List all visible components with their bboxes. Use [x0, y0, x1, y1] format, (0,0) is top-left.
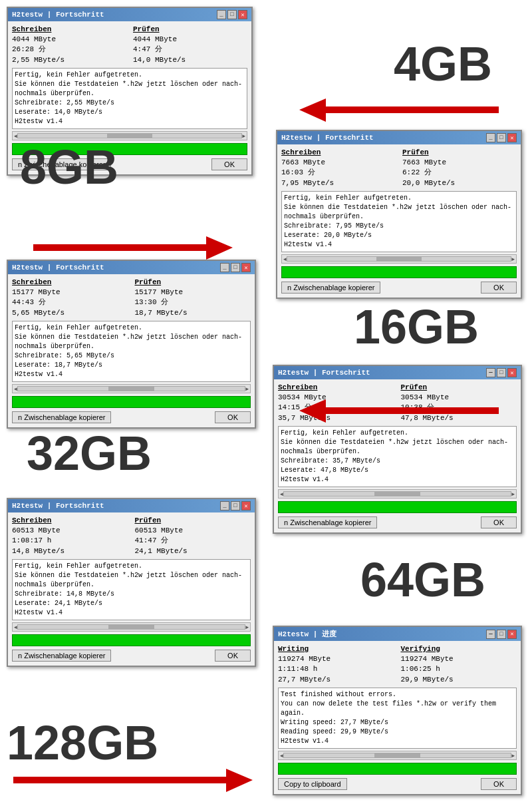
close-btn-16gb-right[interactable]: ✕ [507, 368, 517, 377]
write-size-4gb: 4044 MByte [12, 35, 126, 45]
scroll-right-8gb[interactable]: ► [511, 256, 515, 262]
write-time-4gb: 26:28 分 [12, 45, 126, 55]
close-btn-8gb[interactable]: ✕ [507, 133, 517, 142]
maximize-btn-16gb-left[interactable]: □ [231, 263, 240, 272]
log-32gb: Fertig, kein Fehler aufgetreten. Sie kön… [12, 559, 251, 620]
win-controls-16gb-left: _ □ ✕ [220, 263, 251, 272]
close-btn-128gb[interactable]: ✕ [507, 630, 517, 639]
verify-header-16gb-right: Prüfen [401, 383, 517, 391]
cols-8gb: Schreiben 7663 MByte 16:03 分 7,95 MByte/… [281, 148, 517, 188]
minimize-btn-16gb-left[interactable]: _ [220, 263, 229, 272]
maximize-btn-16gb-right[interactable]: □ [497, 368, 506, 377]
copy-btn-32gb[interactable]: n Zwischenablage kopierer [12, 650, 111, 662]
title-8gb: H2testw | Fortschritt [281, 134, 374, 142]
titlebar-32gb: H2testw | Fortschritt _ □ ✕ [8, 499, 255, 512]
ok-btn-128gb[interactable]: OK [481, 778, 517, 790]
title-16gb-right: H2testw | Fortschritt [278, 369, 370, 377]
minimize-btn-32gb[interactable]: _ [220, 501, 229, 510]
verify-col-8gb: Prüfen 7663 MByte 6:22 分 20,0 MByte/s [402, 148, 517, 188]
copy-btn-16gb-left[interactable]: n Zwischenablage kopierer [12, 411, 111, 423]
scroll-right-32gb[interactable]: ► [245, 624, 249, 630]
write-speed-32gb: 14,8 MByte/s [12, 546, 128, 556]
verify-col-16gb-left: Prüfen 15177 MByte 13:30 分 18,7 MByte/s [135, 278, 251, 318]
log-8gb: Fertig, kein Fehler aufgetreten. Sie kön… [281, 191, 517, 252]
ok-btn-32gb[interactable]: OK [215, 650, 251, 662]
minimize-btn-128gb[interactable]: — [486, 630, 495, 639]
ok-btn-4gb[interactable]: OK [211, 158, 247, 170]
ok-btn-16gb-right[interactable]: OK [481, 516, 517, 528]
scrollbar-track-32gb[interactable] [17, 624, 245, 630]
verify-speed-32gb: 24,1 MByte/s [135, 546, 251, 556]
win-controls-128gb: — □ ✕ [486, 630, 517, 639]
scrollbar-16gb-left[interactable]: ◄ ► [12, 384, 251, 393]
maximize-btn-128gb[interactable]: □ [497, 630, 506, 639]
scroll-right-16gb-left[interactable]: ► [245, 386, 249, 392]
scrollbar-track-8gb[interactable] [287, 256, 511, 262]
scrollbar-track-128gb[interactable] [283, 753, 511, 758]
write-header-4gb: Schreiben [12, 25, 126, 33]
close-btn-4gb[interactable]: ✕ [238, 10, 247, 19]
scroll-right-4gb[interactable]: ► [242, 133, 245, 139]
write-speed-8gb: 7,95 MByte/s [281, 178, 396, 188]
verify-size-8gb: 7663 MByte [402, 158, 517, 168]
maximize-btn-32gb[interactable]: □ [231, 501, 240, 510]
copy-btn-128gb[interactable]: Copy to clipboard [278, 778, 347, 790]
verify-time-16gb-left: 13:30 分 [135, 298, 251, 307]
scrollbar-track-4gb[interactable] [17, 133, 242, 138]
verify-header-8gb: Prüfen [402, 148, 517, 156]
scrollbar-16gb-right[interactable]: ◄ ► [278, 489, 517, 499]
verify-speed-128gb: 29,9 MByte/s [401, 675, 517, 685]
write-col-32gb: Schreiben 60513 MByte 1:08:17 h 14,8 MBy… [12, 516, 128, 556]
close-btn-32gb[interactable]: ✕ [241, 501, 251, 510]
write-header-16gb-right: Schreiben [278, 383, 394, 391]
verify-time-32gb: 41:47 分 [135, 536, 251, 546]
titlebar-16gb-left: H2testw | Fortschritt _ □ ✕ [8, 261, 255, 274]
title-4gb: H2testw | Fortschritt [12, 11, 104, 19]
scroll-right-16gb-right[interactable]: ► [511, 491, 515, 497]
ok-btn-8gb[interactable]: OK [481, 282, 517, 294]
log-16gb-right: Fertig, kein Fehler aufgetreten. Sie kön… [278, 426, 517, 487]
copy-btn-16gb-right[interactable]: n Zwischenablage kopierer [278, 516, 377, 528]
scrollbar-thumb-8gb [376, 257, 421, 261]
progress-16gb-right [278, 501, 517, 513]
title-16gb-left: H2testw | Fortschritt [12, 264, 104, 272]
write-speed-128gb: 27,7 MByte/s [278, 675, 394, 685]
scrollbar-32gb[interactable]: ◄ ► [12, 622, 251, 632]
maximize-btn-8gb[interactable]: □ [497, 133, 506, 142]
win-controls-32gb: _ □ ✕ [220, 501, 251, 510]
scrollbar-thumb-4gb [107, 134, 152, 138]
write-time-128gb: 1:11:48 h [278, 664, 394, 674]
log-16gb-left: Fertig, kein Fehler aufgetreten. Sie kön… [12, 321, 251, 382]
verify-size-128gb: 119274 MByte [401, 654, 517, 664]
label-4gb: 4GB [394, 37, 492, 91]
verify-col-32gb: Prüfen 60513 MByte 41:47 分 24,1 MByte/s [135, 516, 251, 556]
minimize-btn-8gb[interactable]: _ [486, 133, 495, 142]
scrollbar-8gb[interactable]: ◄ ► [281, 254, 517, 264]
cols-16gb-left: Schreiben 15177 MByte 44:43 分 5,65 MByte… [12, 278, 251, 318]
body-32gb: Schreiben 60513 MByte 1:08:17 h 14,8 MBy… [8, 512, 255, 666]
scrollbar-thumb-128gb [374, 753, 420, 757]
write-time-8gb: 16:03 分 [281, 168, 396, 178]
verify-time-8gb: 6:22 分 [402, 168, 517, 178]
verify-size-16gb-left: 15177 MByte [135, 288, 251, 298]
copy-btn-8gb[interactable]: n Zwischenablage kopierer [281, 282, 380, 294]
ok-btn-16gb-left[interactable]: OK [215, 411, 251, 423]
titlebar-4gb: H2testw | Fortschritt _ □ ✕ [8, 8, 251, 21]
win-controls-4gb: _ □ ✕ [217, 10, 247, 19]
close-btn-16gb-left[interactable]: ✕ [241, 263, 251, 272]
scrollbar-track-16gb-right[interactable] [283, 491, 511, 497]
label-8gb: 8GB [20, 140, 118, 194]
body-8gb: Schreiben 7663 MByte 16:03 分 7,95 MByte/… [277, 144, 521, 298]
maximize-btn-4gb[interactable]: □ [227, 10, 237, 19]
minimize-btn-16gb-right[interactable]: — [486, 368, 495, 377]
write-time-16gb-left: 44:43 分 [12, 298, 128, 307]
write-size-8gb: 7663 MByte [281, 158, 396, 168]
scrollbar-track-16gb-left[interactable] [17, 386, 245, 391]
window-128gb: H2testw | 进度 — □ ✕ Writing 119274 MByte … [273, 626, 522, 795]
scroll-right-128gb[interactable]: ► [511, 753, 515, 759]
minimize-btn-4gb[interactable]: _ [217, 10, 226, 19]
log-text-32gb: Fertig, kein Fehler aufgetreten. Sie kön… [15, 562, 248, 618]
svg-marker-5 [13, 769, 253, 792]
footer-32gb: n Zwischenablage kopierer OK [12, 650, 251, 662]
scrollbar-128gb[interactable]: ◄ ► [278, 751, 517, 760]
